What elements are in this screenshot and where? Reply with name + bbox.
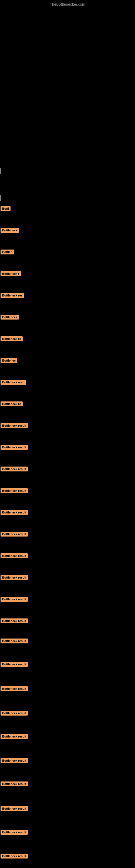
bottleneck-result-badge[interactable]: Bottleneck result — [1, 639, 28, 643]
bottleneck-result-badge[interactable]: Bottlen — [1, 250, 14, 254]
bottleneck-result-badge[interactable]: Bottleneck result — [1, 488, 28, 493]
bottleneck-result-badge[interactable]: Bottleneck result — [1, 510, 28, 515]
bottleneck-result-badge[interactable]: Bottleneck result — [1, 806, 28, 811]
bottleneck-result-badge[interactable]: Bottleneck result — [1, 734, 28, 739]
bottleneck-result-badge[interactable]: Bottleneck result — [1, 467, 28, 471]
bottleneck-result-badge[interactable]: Bottleneck result — [1, 423, 28, 428]
bottleneck-result-badge[interactable]: Bottleneck res — [1, 293, 24, 298]
bottleneck-result-badge[interactable]: Bottleneck result — [1, 686, 28, 691]
bottleneck-result-badge[interactable]: Bottleneck r — [1, 271, 21, 276]
bottleneck-result-badge[interactable]: Bottleneck re — [1, 336, 23, 341]
bottleneck-result-badge[interactable]: Bottleneck result — [1, 597, 28, 601]
bottleneck-result-badge[interactable]: Bottleneck result — [1, 854, 28, 859]
bottleneck-result-badge[interactable]: Bottleneck — [1, 228, 19, 233]
bottleneck-result-badge[interactable]: Bottleneck result — [1, 830, 28, 835]
bottleneck-result-badge[interactable]: Bottleneck result — [1, 662, 28, 667]
bottleneck-result-badge[interactable]: Bottleneck result — [1, 575, 28, 580]
bottleneck-result-badge[interactable]: Bottleneck resu — [1, 380, 26, 384]
bottleneck-result-badge[interactable]: Bottleneck result — [1, 532, 28, 536]
bottleneck-result-badge[interactable]: Bottleneck — [1, 315, 19, 319]
site-title: TheBottlenecker.com — [50, 2, 85, 6]
bottleneck-result-badge[interactable]: Bottlenec — [1, 358, 17, 363]
bottleneck-result-badge[interactable]: Bottleneck result — [1, 711, 28, 716]
cursor-line-2 — [0, 195, 1, 201]
bottleneck-result-badge[interactable]: Bottl — [1, 206, 10, 211]
bottleneck-result-badge[interactable]: Bottleneck result — [1, 618, 28, 623]
bottleneck-result-badge[interactable]: Bottleneck result — [1, 445, 28, 450]
cursor-line-1 — [0, 168, 1, 174]
bottleneck-result-badge[interactable]: Bottleneck result — [1, 758, 28, 763]
bottleneck-result-badge[interactable]: Bottleneck result — [1, 553, 28, 558]
bottleneck-result-badge[interactable]: Bottleneck result — [1, 781, 28, 786]
bottleneck-result-badge[interactable]: Bottleneck re — [1, 401, 23, 406]
